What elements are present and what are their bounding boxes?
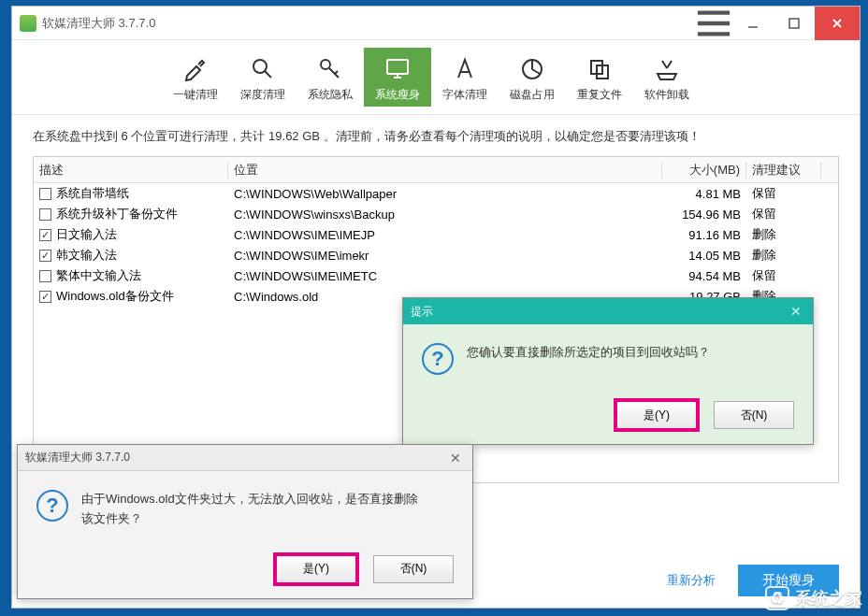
col-sug-header[interactable]: 清理建议 <box>746 162 821 179</box>
dialog-buttons: 是(Y) 否(N) <box>403 392 813 444</box>
row-desc: 系统升级补丁备份文件 <box>56 206 178 222</box>
table-row[interactable]: 系统升级补丁备份文件C:\WINDOWS\winsxs\Backup154.96… <box>34 204 838 224</box>
row-checkbox[interactable] <box>39 188 51 200</box>
dialog-message: 您确认要直接删除所选定的项目到回收站吗？ <box>467 343 710 363</box>
row-desc: 系统自带墙纸 <box>56 185 129 202</box>
question-icon: ? <box>422 343 454 375</box>
row-location: C:\WINDOWS\IME\IMETC <box>228 269 662 283</box>
app-icon <box>20 15 36 32</box>
monitor-icon <box>383 53 412 85</box>
magnifier-icon <box>249 53 277 85</box>
row-location: C:\WINDOWS\IME\IMEJP <box>228 228 662 242</box>
dialog2-message: 由于Windows.old文件夹过大，无法放入回收站，是否直接删除该文件夹？ <box>81 490 418 529</box>
tool-monitor[interactable]: 系统瘦身 <box>364 48 431 107</box>
tool-label: 字体清理 <box>442 87 487 103</box>
row-suggestion: 保留 <box>746 267 821 284</box>
row-checkbox[interactable] <box>39 208 51 221</box>
row-size: 91.16 MB <box>662 228 746 242</box>
tool-brush[interactable]: 一键清理 <box>162 48 229 107</box>
tool-duplicate[interactable]: 重复文件 <box>566 48 633 107</box>
summary-text: 在系统盘中找到 6 个位置可进行清理，共计 19.62 GB 。清理前，请务必查… <box>33 128 839 145</box>
duplicate-icon <box>586 53 614 85</box>
tool-label: 系统隐私 <box>308 87 353 103</box>
table-row[interactable]: 繁体中文输入法C:\WINDOWS\IME\IMETC94.54 MB保留 <box>34 265 838 286</box>
piechart-icon <box>518 53 546 85</box>
tool-label: 深度清理 <box>240 87 285 103</box>
row-desc: 韩文输入法 <box>56 247 117 264</box>
row-size: 154.96 MB <box>662 208 746 222</box>
row-checkbox[interactable]: ✓ <box>39 229 51 241</box>
svg-rect-0 <box>789 19 799 28</box>
dialog-body: ? 您确认要直接删除所选定的项目到回收站吗？ <box>403 324 813 392</box>
tool-font[interactable]: 字体清理 <box>431 48 499 107</box>
close-button[interactable] <box>815 7 860 40</box>
row-suggestion: 保留 <box>746 206 821 222</box>
dialog2-close-icon[interactable]: ✕ <box>446 451 465 466</box>
row-suggestion: 删除 <box>746 226 821 243</box>
window-title: 软媒清理大师 3.7.7.0 <box>42 15 695 32</box>
no-button[interactable]: 否(N) <box>373 555 454 583</box>
tool-label: 软件卸载 <box>644 87 689 103</box>
tool-label: 磁盘占用 <box>510 87 555 103</box>
start-button[interactable]: 开始瘦身 <box>738 565 839 596</box>
row-location: C:\WINDOWS\IME\imekr <box>228 249 662 263</box>
row-suggestion: 删除 <box>746 247 821 264</box>
tool-piechart[interactable]: 磁盘占用 <box>499 48 566 107</box>
dialog2-titlebar: 软媒清理大师 3.7.7.0 ✕ <box>18 445 472 471</box>
row-checkbox[interactable] <box>39 270 51 282</box>
table-row[interactable]: ✓韩文输入法C:\WINDOWS\IME\imekr14.05 MB删除 <box>34 245 838 265</box>
row-desc: 繁体中文输入法 <box>56 267 141 284</box>
yes-button[interactable]: 是(Y) <box>616 401 697 429</box>
dialog-title: 提示 <box>411 304 433 320</box>
question-icon: ? <box>36 490 68 522</box>
row-checkbox[interactable]: ✓ <box>39 291 51 303</box>
brush-icon <box>181 53 210 85</box>
no-button[interactable]: 否(N) <box>714 401 794 429</box>
tool-label: 系统瘦身 <box>375 87 420 103</box>
confirm-dialog: 提示 ✕ ? 您确认要直接删除所选定的项目到回收站吗？ 是(Y) 否(N) <box>402 297 814 445</box>
row-size: 94.54 MB <box>662 269 746 283</box>
row-desc: Windows.old备份文件 <box>56 288 174 305</box>
svg-rect-3 <box>387 60 408 74</box>
table-row[interactable]: 系统自带墙纸C:\WINDOWS\Web\Wallpaper4.81 MB保留 <box>34 183 838 204</box>
table-row[interactable]: ✓日文输入法C:\WINDOWS\IME\IMEJP91.16 MB删除 <box>34 224 838 245</box>
recycle-icon <box>653 53 681 85</box>
minimize-button[interactable] <box>732 7 774 40</box>
yes-button[interactable]: 是(Y) <box>276 555 356 583</box>
col-desc-header[interactable]: 描述 <box>34 162 228 179</box>
row-checkbox[interactable]: ✓ <box>39 250 51 262</box>
font-icon <box>451 53 479 85</box>
table-header: 描述 位置 大小(MB) 清理建议 <box>34 157 838 183</box>
maximize-button[interactable] <box>774 7 815 40</box>
tool-label: 重复文件 <box>577 87 622 103</box>
row-location: C:\WINDOWS\winsxs\Backup <box>228 208 662 222</box>
svg-point-1 <box>253 60 267 73</box>
reanalyze-link[interactable]: 重新分析 <box>667 572 716 589</box>
dialog2-title: 软媒清理大师 3.7.7.0 <box>25 450 130 466</box>
row-size: 4.81 MB <box>662 187 746 201</box>
tool-magnifier[interactable]: 深度清理 <box>229 48 297 107</box>
tool-label: 一键清理 <box>173 87 218 103</box>
dialog-titlebar: 提示 ✕ <box>403 298 813 324</box>
tool-key[interactable]: 系统隐私 <box>297 48 364 107</box>
dialog2-buttons: 是(Y) 否(N) <box>18 546 472 598</box>
titlebar: 软媒清理大师 3.7.7.0 <box>12 7 860 40</box>
dialog-close-icon[interactable]: ✕ <box>787 304 805 319</box>
main-toolbar: 一键清理深度清理系统隐私系统瘦身字体清理磁盘占用重复文件软件卸载 <box>12 40 860 115</box>
svg-point-2 <box>321 60 330 69</box>
col-size-header[interactable]: 大小(MB) <box>662 162 746 179</box>
windowsold-dialog: 软媒清理大师 3.7.7.0 ✕ ? 由于Windows.old文件夹过大，无法… <box>17 444 473 599</box>
col-loc-header[interactable]: 位置 <box>228 162 662 179</box>
tool-recycle[interactable]: 软件卸载 <box>633 48 701 107</box>
key-icon <box>316 53 344 85</box>
dialog2-body: ? 由于Windows.old文件夹过大，无法放入回收站，是否直接删除该文件夹？ <box>18 471 472 546</box>
hamburger-menu-button[interactable] <box>695 7 732 40</box>
row-size: 14.05 MB <box>662 249 746 263</box>
row-suggestion: 保留 <box>746 185 821 202</box>
row-desc: 日文输入法 <box>56 226 117 243</box>
row-location: C:\WINDOWS\Web\Wallpaper <box>228 187 662 201</box>
